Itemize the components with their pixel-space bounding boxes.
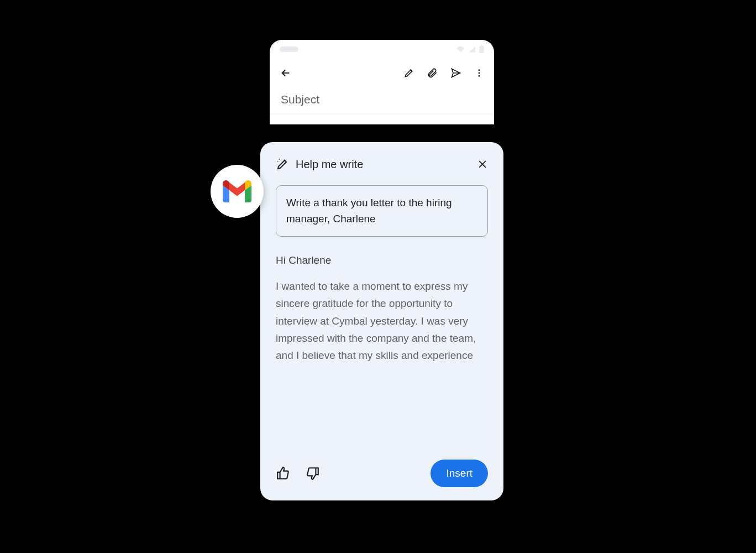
- magic-pencil-icon: [403, 67, 414, 79]
- thumbs-down-icon: [306, 466, 320, 481]
- svg-point-1: [479, 72, 480, 74]
- help-me-write-card: Help me write Write a thank you letter t…: [260, 142, 503, 500]
- magic-write-button[interactable]: [403, 67, 414, 79]
- compose-body-area[interactable]: [270, 114, 494, 124]
- subject-placeholder: Subject: [281, 93, 319, 106]
- hmw-header: Help me write: [276, 158, 488, 171]
- generated-content: Hi Charlene I wanted to take a moment to…: [276, 254, 488, 450]
- camera-cutout: [280, 46, 298, 52]
- close-icon: [477, 159, 488, 170]
- attach-button[interactable]: [427, 67, 438, 79]
- send-icon: [450, 67, 462, 79]
- gmail-badge: [211, 165, 264, 218]
- subject-field[interactable]: Subject: [270, 87, 494, 114]
- magic-pencil-icon: [276, 158, 289, 171]
- more-button[interactable]: [474, 68, 484, 78]
- attachment-icon: [427, 67, 438, 79]
- more-vert-icon: [474, 68, 484, 78]
- generated-body: I wanted to take a moment to express my …: [276, 278, 488, 364]
- phone-compose-frame: Subject: [270, 40, 494, 124]
- prompt-input[interactable]: Write a thank you letter to the hiring m…: [276, 185, 488, 237]
- insert-button[interactable]: Insert: [431, 460, 488, 487]
- battery-icon: [479, 45, 484, 53]
- svg-point-0: [479, 69, 480, 71]
- status-bar: [270, 40, 494, 59]
- send-button[interactable]: [450, 67, 462, 79]
- gmail-icon: [222, 180, 252, 202]
- hmw-footer: Insert: [276, 450, 488, 487]
- back-button[interactable]: [280, 67, 292, 79]
- signal-icon: [468, 46, 476, 53]
- hmw-title: Help me write: [296, 158, 470, 171]
- wifi-icon: [456, 46, 465, 53]
- close-button[interactable]: [477, 159, 488, 170]
- compose-app-bar: [270, 59, 494, 87]
- generated-greeting: Hi Charlene: [276, 254, 488, 267]
- feedback-buttons: [276, 466, 320, 481]
- back-icon: [280, 67, 292, 79]
- fade-overlay: [276, 411, 488, 450]
- status-icons: [456, 45, 484, 53]
- thumbs-up-button[interactable]: [276, 466, 290, 481]
- thumbs-down-button[interactable]: [306, 466, 320, 481]
- svg-point-2: [479, 75, 480, 77]
- thumbs-up-icon: [276, 466, 290, 481]
